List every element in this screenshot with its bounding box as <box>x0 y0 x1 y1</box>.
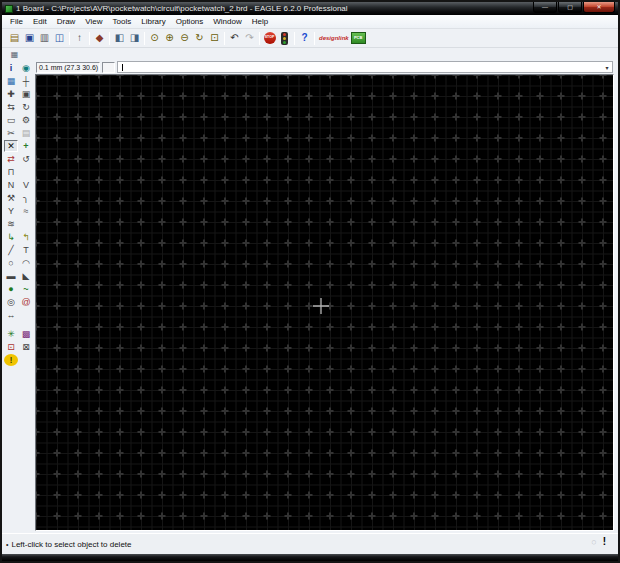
value-tool-button[interactable]: V <box>19 179 33 191</box>
pinswap-tool-button[interactable]: ⇄ <box>4 153 18 165</box>
lock-tool-button[interactable]: ⊓ <box>4 166 18 178</box>
menu-draw[interactable]: Draw <box>52 16 81 27</box>
command-history-dropdown-icon[interactable]: ▾ <box>602 64 612 71</box>
redo-icon: ↷ <box>245 33 253 43</box>
zoom-select-button[interactable]: ⊡ <box>207 31 222 46</box>
circle-tool-button[interactable]: ○ <box>4 257 18 269</box>
name-tool-button[interactable]: N <box>4 179 18 191</box>
print-icon: ▥ <box>40 33 49 43</box>
undo-button[interactable]: ↶ <box>227 31 242 46</box>
optimize-tool-button[interactable]: ≈ <box>19 205 33 217</box>
menu-tools[interactable]: Tools <box>108 16 137 27</box>
palette-row: i◉ <box>4 62 35 74</box>
autorouter-tool-button[interactable]: ▩ <box>19 328 33 340</box>
switch-to-board-icon: ◨ <box>130 33 139 43</box>
status-alert-icon[interactable]: ! <box>603 536 606 547</box>
design-link-button[interactable]: designlink <box>317 35 351 41</box>
window-title: 1 Board - C:\Projects\AVR\pocketwatch\ci… <box>16 4 348 13</box>
hole-tool-button[interactable]: ◎ <box>4 296 18 308</box>
title-bar[interactable]: 1 Board - C:\Projects\AVR\pocketwatch\ci… <box>2 2 618 15</box>
display-layers-tool-button[interactable]: ▦ <box>4 75 18 87</box>
zoom-redraw-button[interactable]: ↻ <box>192 31 207 46</box>
rect-tool-button[interactable]: ▬ <box>4 270 18 282</box>
add-tool-button[interactable]: + <box>19 140 33 152</box>
menu-options[interactable]: Options <box>171 16 209 27</box>
replace-tool-button[interactable]: ↺ <box>19 153 33 165</box>
ulp-button[interactable]: ↑ <box>72 31 87 46</box>
move-tool-button[interactable]: ✚ <box>4 88 18 100</box>
polygon-tool-button[interactable]: ◣ <box>19 270 33 282</box>
pcb-quote-button[interactable]: PCB <box>351 31 366 46</box>
dimension-tool-button[interactable]: ↔ <box>4 309 18 321</box>
command-line-combo: ▾ <box>117 61 613 73</box>
show-tool-button[interactable]: ◉ <box>19 62 33 74</box>
switch-to-schematic-button[interactable]: ◧ <box>112 31 127 46</box>
rotate-tool-button[interactable]: ↻ <box>19 101 33 113</box>
switch-to-board-button[interactable]: ◨ <box>127 31 142 46</box>
attribute-tool-button[interactable]: @ <box>19 296 33 308</box>
wire-tool-button[interactable]: ╱ <box>4 244 18 256</box>
close-button[interactable]: ✕ <box>583 2 615 13</box>
palette-row: ⚒╮ <box>4 192 35 204</box>
go-traffic-light-button[interactable] <box>277 31 292 46</box>
maximize-button[interactable]: ▢ <box>558 2 582 13</box>
drc-tool-button[interactable]: ⊡ <box>4 341 18 353</box>
mirror-tool-button[interactable]: ⇆ <box>4 101 18 113</box>
print-button[interactable]: ▥ <box>37 31 52 46</box>
paste-tool-button[interactable]: ▤ <box>19 127 33 139</box>
save-button[interactable]: ▣ <box>22 31 37 46</box>
info-tool-button[interactable]: i <box>4 62 18 74</box>
ratsnest-tool-button[interactable]: ✳ <box>4 328 18 340</box>
stop-button[interactable]: STOP <box>262 31 277 46</box>
palette-row: ⊓ <box>4 166 35 178</box>
smash-tool-button[interactable]: ⚒ <box>4 192 18 204</box>
copy-tool-button[interactable]: ▣ <box>19 88 33 100</box>
arc-tool-button[interactable]: ◠ <box>19 257 33 269</box>
ripup-tool-button[interactable]: ↰ <box>19 231 33 243</box>
split-tool-button[interactable]: Y <box>4 205 18 217</box>
menu-file[interactable]: File <box>5 16 28 27</box>
errors-tool-button[interactable]: ⊠ <box>19 341 33 353</box>
cam-processor-button[interactable]: ◫ <box>52 31 67 46</box>
meander-tool-button[interactable]: ≋ <box>4 218 18 230</box>
minimize-button[interactable]: — <box>533 2 557 13</box>
route-tool-button[interactable]: ↳ <box>4 231 18 243</box>
menu-window[interactable]: Window <box>208 16 246 27</box>
group-tool-button[interactable]: ▭ <box>4 114 18 126</box>
menu-view[interactable]: View <box>80 16 107 27</box>
change-tool-button[interactable]: ⚙ <box>19 114 33 126</box>
miter-tool-button[interactable]: ╮ <box>19 192 33 204</box>
zoom-out-button[interactable]: ⊖ <box>177 31 192 46</box>
via-tool-button[interactable]: ● <box>4 283 18 295</box>
delete-tool-button[interactable]: ✕ <box>4 140 18 152</box>
redo-button[interactable]: ↷ <box>242 31 257 46</box>
mark-tool-button[interactable]: ┼ <box>19 75 33 87</box>
palette-empty-cell <box>19 309 33 321</box>
zoom-fit-button[interactable]: ⊙ <box>147 31 162 46</box>
command-line-input[interactable] <box>118 62 602 72</box>
menu-library[interactable]: Library <box>136 16 170 27</box>
menu-help[interactable]: Help <box>247 16 273 27</box>
eagle-logo-icon <box>5 5 13 13</box>
zoom-in-button[interactable]: ⊕ <box>162 31 177 46</box>
open-button[interactable]: ▤ <box>7 31 22 46</box>
toolbar-separator <box>69 32 70 45</box>
cut-tool-button[interactable]: ✂ <box>4 127 18 139</box>
signal-tool-button[interactable]: ~ <box>19 283 33 295</box>
warnings-tool-button[interactable]: ! <box>4 354 18 366</box>
zoom-select-icon: ⊡ <box>210 33 218 43</box>
toolbar-separator <box>109 32 110 45</box>
palette-row: ◎@ <box>4 296 35 308</box>
go-traffic-light-icon <box>281 32 288 45</box>
palette-row: ↳↰ <box>4 231 35 243</box>
text-tool-button[interactable]: T <box>19 244 33 256</box>
run-script-button[interactable]: ◆ <box>92 31 107 46</box>
palette-row: ○◠ <box>4 257 35 269</box>
menu-edit[interactable]: Edit <box>28 16 52 27</box>
help-button[interactable]: ? <box>297 31 312 46</box>
grid-settings-button[interactable]: ▦ <box>8 49 21 60</box>
stop-icon: STOP <box>264 32 276 44</box>
window-bottom-frame <box>2 554 618 561</box>
save-icon: ▣ <box>25 33 34 43</box>
board-canvas[interactable] <box>36 75 613 530</box>
